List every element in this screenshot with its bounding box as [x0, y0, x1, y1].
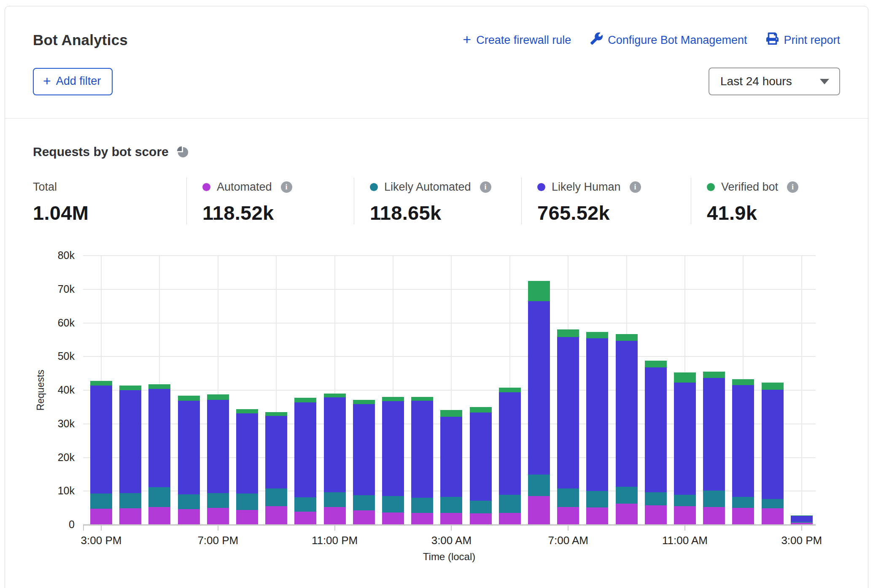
bar-segment-automated	[616, 504, 638, 524]
stacked-bar[interactable]	[616, 334, 638, 524]
stacked-bar[interactable]	[440, 410, 462, 524]
stacked-bar[interactable]	[324, 394, 346, 524]
grid-line-y	[83, 289, 816, 290]
stacked-bar[interactable]	[119, 386, 141, 524]
bar-segment-likely-automated	[411, 498, 433, 513]
stacked-bar[interactable]	[762, 383, 784, 524]
bar-segment-likely-automated	[265, 488, 287, 506]
stat-total-value: 1.04M	[33, 201, 186, 224]
stacked-bar[interactable]	[236, 409, 258, 524]
info-icon[interactable]: i	[480, 181, 491, 193]
stacked-bar[interactable]	[470, 407, 492, 524]
bar-segment-verified-bot	[557, 329, 579, 337]
print-report-link[interactable]: Print report	[766, 32, 840, 48]
x-tick-label: 11:00 AM	[647, 534, 723, 547]
x-axis-title: Time (local)	[423, 551, 475, 563]
bar-segment-likely-human	[90, 386, 112, 494]
bar-segment-verified-bot	[324, 394, 346, 398]
y-tick-label: 20k	[20, 451, 75, 464]
bar-segment-likely-automated	[557, 488, 579, 507]
stacked-bar[interactable]	[732, 379, 754, 524]
add-filter-label: Add filter	[56, 75, 101, 88]
configure-bot-management-link[interactable]: Configure Bot Management	[590, 32, 747, 48]
stats-row: Total 1.04M Automated i 118.52k Likely A…	[33, 178, 840, 224]
stacked-bar[interactable]	[557, 329, 579, 524]
stat-verified-bot-value: 41.9k	[707, 201, 840, 224]
stacked-bar[interactable]	[265, 412, 287, 524]
stat-likely-automated-value: 118.65k	[370, 201, 521, 224]
stat-likely-automated: Likely Automated i 118.65k	[354, 178, 521, 224]
stacked-bar[interactable]	[411, 397, 433, 524]
grid-line-y	[83, 255, 816, 256]
bar-segment-likely-automated	[353, 495, 375, 510]
chevron-down-icon	[820, 79, 829, 84]
x-tick-mark	[101, 526, 102, 531]
bar-segment-likely-human	[557, 337, 579, 488]
section-title: Requests by bot score	[33, 145, 169, 159]
y-tick-label: 50k	[20, 350, 75, 362]
bar-segment-likely-automated	[119, 493, 141, 508]
bar-segment-verified-bot	[732, 379, 754, 385]
info-icon[interactable]: i	[630, 181, 641, 193]
stacked-bar[interactable]	[645, 361, 667, 524]
bar-segment-automated	[353, 510, 375, 524]
y-tick-label: 80k	[20, 249, 75, 262]
bar-segment-automated	[265, 506, 287, 524]
bar-segment-automated	[382, 512, 404, 524]
bar-segment-likely-automated	[324, 492, 346, 507]
bar-segment-likely-automated	[236, 494, 258, 510]
stacked-bar[interactable]	[148, 384, 170, 524]
x-tick-label: 3:00 PM	[764, 534, 840, 547]
x-tick-mark	[801, 526, 802, 531]
bar-segment-automated	[470, 513, 492, 524]
stacked-bar[interactable]	[674, 372, 696, 524]
bar-segment-likely-automated	[528, 475, 550, 496]
bar-segment-verified-bot	[207, 394, 229, 400]
automated-legend-dot	[202, 183, 210, 191]
bar-segment-automated	[178, 509, 200, 524]
bar-segment-verified-bot	[528, 281, 550, 301]
y-tick-label: 30k	[20, 418, 75, 430]
bar-segment-verified-bot	[703, 372, 725, 378]
bar-segment-likely-human	[382, 401, 404, 496]
info-icon[interactable]: i	[787, 181, 798, 193]
wrench-icon	[590, 32, 603, 48]
stacked-bar[interactable]	[499, 388, 521, 524]
bar-segment-automated	[557, 507, 579, 524]
stacked-bar[interactable]	[382, 397, 404, 524]
stacked-bar[interactable]	[791, 515, 813, 524]
stacked-bar[interactable]	[178, 396, 200, 524]
bar-segment-verified-bot	[762, 383, 784, 390]
create-firewall-rule-link[interactable]: + Create firewall rule	[463, 33, 571, 47]
stat-likely-automated-label: Likely Automated	[384, 181, 471, 194]
add-filter-button[interactable]: + Add filter	[33, 68, 113, 95]
page-title: Bot Analytics	[33, 32, 128, 49]
stacked-bar[interactable]	[90, 381, 112, 524]
bar-segment-verified-bot	[294, 398, 316, 402]
bar-segment-likely-human	[207, 400, 229, 493]
print-report-label: Print report	[784, 34, 840, 47]
x-tick-label: 11:00 PM	[297, 534, 373, 547]
card-header: Bot Analytics + Create firewall rule Con…	[5, 6, 868, 118]
bar-segment-verified-bot	[119, 386, 141, 390]
grid-line-x	[801, 256, 802, 525]
bar-segment-likely-human	[294, 402, 316, 497]
bar-segment-likely-automated	[470, 501, 492, 513]
stacked-bar[interactable]	[703, 372, 725, 524]
create-firewall-rule-label: Create firewall rule	[476, 34, 571, 47]
bar-segment-verified-bot	[616, 334, 638, 341]
stacked-bar[interactable]	[294, 398, 316, 524]
axis-origin-tick	[83, 526, 84, 531]
stacked-bar[interactable]	[528, 281, 550, 524]
stacked-bar[interactable]	[207, 394, 229, 524]
info-icon[interactable]: i	[281, 181, 292, 193]
printer-icon	[766, 32, 779, 48]
bar-segment-verified-bot	[265, 412, 287, 416]
stacked-bar[interactable]	[353, 400, 375, 524]
plus-icon: +	[43, 74, 51, 88]
stacked-bar[interactable]	[586, 332, 608, 524]
time-range-select[interactable]: Last 24 hours	[709, 67, 840, 95]
bar-segment-likely-human	[353, 404, 375, 495]
bar-segment-automated	[528, 496, 550, 524]
bar-segment-likely-automated	[703, 491, 725, 507]
